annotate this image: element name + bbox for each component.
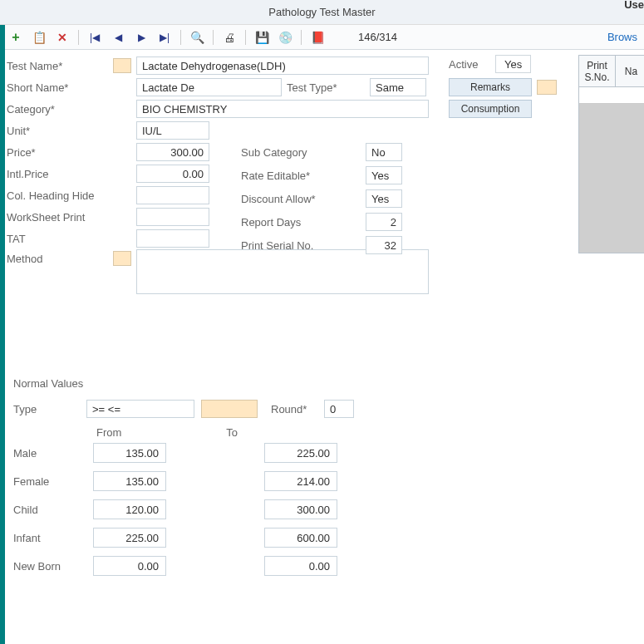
print-serial-label: Print Serial No. (241, 239, 366, 252)
category-label: Category* (7, 103, 113, 116)
record-counter: 146/314 (358, 31, 397, 43)
side-table-body[interactable] (578, 87, 644, 253)
discount-allow-input[interactable]: Yes (366, 189, 402, 208)
type-label: Type (13, 403, 80, 415)
report-days-input[interactable]: 2 (366, 213, 402, 231)
from-label: From (96, 426, 121, 439)
short-name-label: Short Name* (7, 81, 113, 94)
nv-label: Child (13, 504, 93, 516)
separator (213, 30, 214, 45)
normal-value-row: New Born0.000.00 (13, 552, 354, 580)
unit-input[interactable]: IU/L (136, 121, 209, 140)
side-table: Print S.No. Na (578, 55, 644, 253)
normal-value-row: Female135.00214.00 (13, 467, 354, 495)
test-name-label: Test Name* (7, 60, 113, 72)
save-icon[interactable]: 💾 (254, 30, 269, 45)
col-heading-label: Col. Heading Hide (7, 189, 113, 202)
nv-from-input[interactable]: 135.00 (93, 471, 166, 491)
nv-to-input[interactable]: 0.00 (264, 556, 337, 576)
first-record-icon[interactable]: |◀ (87, 30, 102, 45)
nv-to-input[interactable]: 225.00 (264, 443, 337, 463)
normal-values-title: Normal Values (13, 377, 354, 390)
nv-label: New Born (13, 560, 93, 573)
test-name-input[interactable]: Lactate Dehydrogenase(LDH) (136, 57, 429, 75)
worksheet-input[interactable] (136, 208, 209, 226)
sub-category-input[interactable]: No (366, 143, 402, 161)
separator (78, 30, 79, 45)
separator (180, 30, 181, 45)
title-bar: Pathology Test Master Use (0, 0, 644, 25)
method-chip[interactable] (113, 251, 131, 266)
round-input[interactable]: 0 (324, 400, 354, 418)
side-table-col-print-sno[interactable]: Print S.No. (579, 56, 616, 87)
discount-allow-label: Discount Allow* (241, 193, 366, 205)
copy-icon[interactable]: 📋 (32, 30, 47, 45)
nv-to-input[interactable]: 600.00 (264, 528, 337, 548)
nv-from-input[interactable]: 135.00 (93, 443, 166, 463)
report-days-label: Report Days (241, 216, 366, 229)
nv-from-input[interactable]: 0.00 (93, 556, 166, 576)
rate-editable-input[interactable]: Yes (366, 166, 402, 184)
active-label: Active (449, 58, 495, 71)
nv-label: Infant (13, 532, 93, 544)
print-serial-input[interactable]: 32 (366, 236, 402, 254)
browse-link[interactable]: Brows (607, 31, 637, 43)
toolbar: + 📋 ✕ |◀ ◀ ▶ ▶| 🔍 🖨 💾 💿 📕 146/314 Brows (0, 25, 644, 50)
add-icon[interactable]: + (8, 30, 23, 45)
col-heading-input[interactable] (136, 186, 209, 204)
test-type-label: Test Type* (287, 81, 370, 94)
remarks-chip[interactable] (537, 80, 557, 95)
unit-label: Unit* (7, 125, 113, 137)
test-type-input[interactable]: Same (370, 78, 426, 96)
nv-label: Male (13, 447, 93, 460)
intl-price-label: Intl.Price (7, 168, 113, 180)
nv-to-input[interactable]: 214.00 (264, 471, 337, 491)
delete-icon[interactable]: ✕ (55, 30, 70, 45)
worksheet-label: WorkSheet Print (7, 211, 113, 224)
table-row[interactable] (579, 87, 644, 104)
side-table-col-name[interactable]: Na (616, 56, 645, 87)
short-name-input[interactable]: Lactate De (136, 78, 282, 96)
remarks-button[interactable]: Remarks (449, 78, 532, 96)
next-record-icon[interactable]: ▶ (134, 30, 149, 45)
nv-to-input[interactable]: 300.00 (264, 499, 337, 519)
rate-editable-label: Rate Editable* (241, 170, 366, 182)
normal-value-row: Child120.00300.00 (13, 495, 354, 524)
method-label: Method (7, 249, 113, 265)
nv-from-input[interactable]: 225.00 (93, 528, 166, 548)
to-label: To (226, 426, 238, 439)
method-input[interactable] (136, 249, 429, 294)
category-input[interactable]: BIO CHEMISTRY (136, 100, 429, 118)
user-label: Use (624, 0, 644, 11)
nv-from-input[interactable]: 120.00 (93, 499, 166, 519)
sub-category-label: Sub Category (241, 146, 366, 159)
price-input[interactable]: 300.00 (136, 143, 209, 161)
tat-label: TAT (7, 233, 113, 245)
cancel-icon[interactable]: 💿 (278, 30, 293, 45)
test-name-chip[interactable] (113, 58, 131, 73)
consumption-button[interactable]: Consumption (449, 100, 532, 118)
print-icon[interactable]: 🖨 (222, 30, 237, 45)
prev-record-icon[interactable]: ◀ (111, 30, 125, 45)
tat-input[interactable] (136, 229, 209, 248)
type-input[interactable]: >= <= (86, 400, 194, 418)
nv-label: Female (13, 475, 93, 488)
book-icon[interactable]: 📕 (310, 30, 325, 45)
round-label: Round* (271, 403, 317, 415)
active-value[interactable]: Yes (495, 55, 531, 73)
intl-price-input[interactable]: 0.00 (136, 165, 209, 183)
window-title: Pathology Test Master (268, 6, 375, 18)
price-label: Price* (7, 146, 113, 159)
type-chip[interactable] (201, 400, 258, 418)
separator (301, 30, 302, 45)
separator (245, 30, 246, 45)
last-record-icon[interactable]: ▶| (157, 30, 172, 45)
normal-value-row: Infant225.00600.00 (13, 524, 354, 552)
search-icon[interactable]: 🔍 (189, 30, 204, 45)
normal-value-row: Male135.00225.00 (13, 439, 354, 467)
